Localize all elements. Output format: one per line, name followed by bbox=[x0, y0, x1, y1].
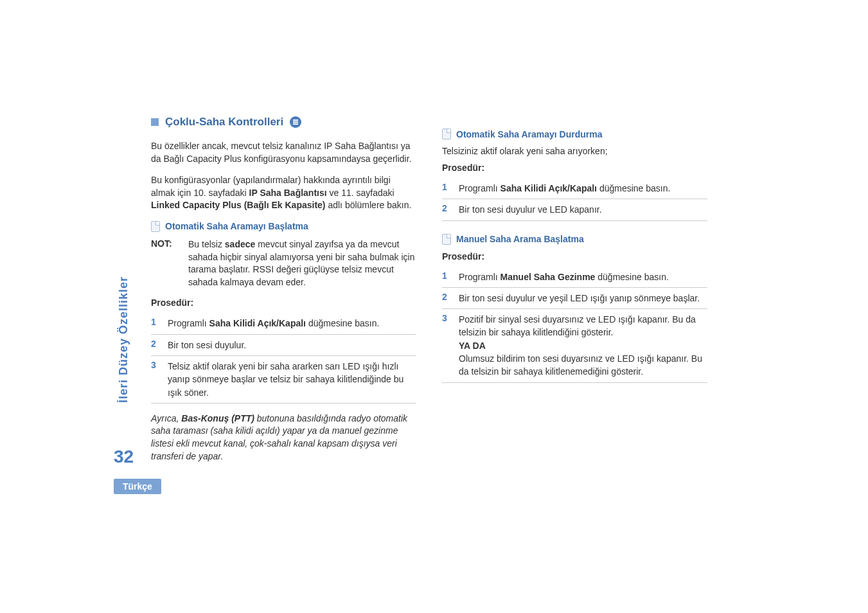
procedure-label: Prosedür: bbox=[442, 163, 707, 173]
step-number: 3 bbox=[151, 360, 160, 399]
text: Programlı bbox=[168, 318, 209, 328]
page-icon bbox=[442, 234, 451, 245]
step-number: 1 bbox=[442, 182, 451, 195]
svg-rect-0 bbox=[293, 120, 298, 121]
steps-list: 1 Programlı Saha Kilidi Açık/Kapalı düğm… bbox=[151, 313, 416, 403]
step-row: 3 Telsiz aktif olarak yeni bir saha arar… bbox=[151, 356, 416, 404]
italic-paragraph: Ayrıca, Bas-Konuş (PTT) butonuna basıldı… bbox=[151, 413, 416, 463]
step-text: Telsiz aktif olarak yeni bir saha ararke… bbox=[168, 360, 416, 399]
step-text: Bir ton sesi duyulur ve LED kapanır. bbox=[459, 203, 602, 216]
step-number: 2 bbox=[151, 339, 160, 351]
note-block: NOT: Bu telsiz sadece mevcut sinyal zayı… bbox=[151, 238, 416, 289]
sub-heading-title: Manuel Saha Arama Başlatma bbox=[456, 234, 584, 244]
step-number: 2 bbox=[442, 203, 451, 216]
bold-text: Saha Kilidi Açık/Kapalı bbox=[209, 318, 306, 328]
bold-text: sadece bbox=[225, 239, 255, 249]
sub-heading-title: Otomatik Saha Aramayı Durdurma bbox=[456, 129, 602, 139]
svg-rect-2 bbox=[293, 123, 298, 125]
text: Olumsuz bildirim ton sesi duyarsınız ve … bbox=[459, 353, 702, 377]
text: ve 11. sayfadaki bbox=[327, 188, 394, 198]
paragraph: Bu konfigürasyonlar (yapılandırmalar) ha… bbox=[151, 174, 416, 212]
note-label: NOT: bbox=[151, 238, 177, 289]
step-text: Programlı Manuel Saha Gezinme düğmesine … bbox=[459, 271, 669, 283]
text: Pozitif bir sinyal sesi duyarsınız ve LE… bbox=[459, 314, 696, 337]
menu-icon bbox=[290, 116, 301, 128]
steps-list: 1 Programlı Saha Kilidi Açık/Kapalı düğm… bbox=[442, 178, 707, 221]
text: adlı bölümlere bakın. bbox=[326, 200, 412, 210]
content-container: Çoklu-Saha Kontrolleri Bu özellikler anc… bbox=[116, 116, 707, 463]
main-heading: Çoklu-Saha Kontrolleri bbox=[151, 116, 416, 129]
steps-list: 1 Programlı Manuel Saha Gezinme düğmesin… bbox=[442, 267, 707, 383]
right-column: Otomatik Saha Aramayı Durdurma Telsizini… bbox=[442, 116, 707, 463]
text: düğmesine basın. bbox=[306, 318, 379, 328]
step-row: 1 Programlı Manuel Saha Gezinme düğmesin… bbox=[442, 267, 707, 288]
step-text: Programlı Saha Kilidi Açık/Kapalı düğmes… bbox=[459, 182, 670, 195]
text: Programlı bbox=[459, 183, 500, 193]
step-row: 2 Bir ton sesi duyulur. bbox=[151, 335, 416, 356]
procedure-label: Prosedür: bbox=[151, 298, 416, 308]
language-badge: Türkçe bbox=[114, 479, 161, 494]
step-row: 2 Bir ton sesi duyulur ve LED kapanır. bbox=[442, 199, 707, 220]
step-row: 2 Bir ton sesi duyulur ve yeşil LED ışığ… bbox=[442, 288, 707, 309]
text: Programlı bbox=[459, 272, 500, 282]
step-text: Bir ton sesi duyulur. bbox=[168, 339, 246, 351]
page-icon bbox=[442, 129, 451, 139]
left-column: Çoklu-Saha Kontrolleri Bu özellikler anc… bbox=[116, 116, 416, 463]
step-number: 1 bbox=[442, 271, 451, 283]
page-icon bbox=[151, 221, 160, 232]
bold-text: Linked Capacity Plus (Bağlı Ek Kapasite) bbox=[151, 200, 326, 210]
step-number: 1 bbox=[151, 317, 160, 330]
step-row: 3 Pozitif bir sinyal sesi duyarsınız ve … bbox=[442, 309, 707, 382]
text: Bu telsiz bbox=[188, 239, 225, 249]
paragraph: Bu özellikler ancak, mevcut telsiz kanal… bbox=[151, 140, 416, 165]
bold-text: Bas-Konuş (PTT) bbox=[181, 413, 254, 423]
step-row: 1 Programlı Saha Kilidi Açık/Kapalı düğm… bbox=[151, 313, 416, 334]
bold-text: YA DA bbox=[459, 341, 486, 351]
step-number: 2 bbox=[442, 292, 451, 305]
sub-heading: Manuel Saha Arama Başlatma bbox=[442, 234, 707, 245]
text: Ayrıca, bbox=[151, 413, 181, 423]
bold-text: IP Saha Bağlantısı bbox=[249, 188, 327, 198]
note-text: Bu telsiz sadece mevcut sinyal zayıfsa y… bbox=[188, 238, 416, 289]
step-number: 3 bbox=[442, 313, 451, 378]
step-text: Programlı Saha Kilidi Açık/Kapalı düğmes… bbox=[168, 317, 379, 330]
bold-text: Manuel Saha Gezinme bbox=[500, 272, 596, 282]
svg-rect-1 bbox=[293, 121, 298, 123]
text: düğmesine basın. bbox=[597, 183, 670, 193]
step-row: 1 Programlı Saha Kilidi Açık/Kapalı düğm… bbox=[442, 178, 707, 199]
square-bullet-icon bbox=[151, 118, 159, 126]
sub-heading: Otomatik Saha Aramayı Durdurma bbox=[442, 129, 707, 139]
main-heading-title: Çoklu-Saha Kontrolleri bbox=[165, 116, 283, 129]
step-text: Pozitif bir sinyal sesi duyarsınız ve LE… bbox=[459, 313, 707, 378]
step-text: Bir ton sesi duyulur ve yeşil LED ışığı … bbox=[459, 292, 700, 305]
text: düğmesine basın. bbox=[595, 272, 668, 282]
procedure-label: Prosedür: bbox=[442, 251, 707, 262]
intro-text: Telsiziniz aktif olarak yeni saha arıyor… bbox=[442, 146, 707, 156]
sub-heading-title: Otomatik Saha Aramayı Başlatma bbox=[165, 221, 308, 231]
sub-heading: Otomatik Saha Aramayı Başlatma bbox=[151, 221, 416, 232]
bold-text: Saha Kilidi Açık/Kapalı bbox=[500, 183, 597, 193]
